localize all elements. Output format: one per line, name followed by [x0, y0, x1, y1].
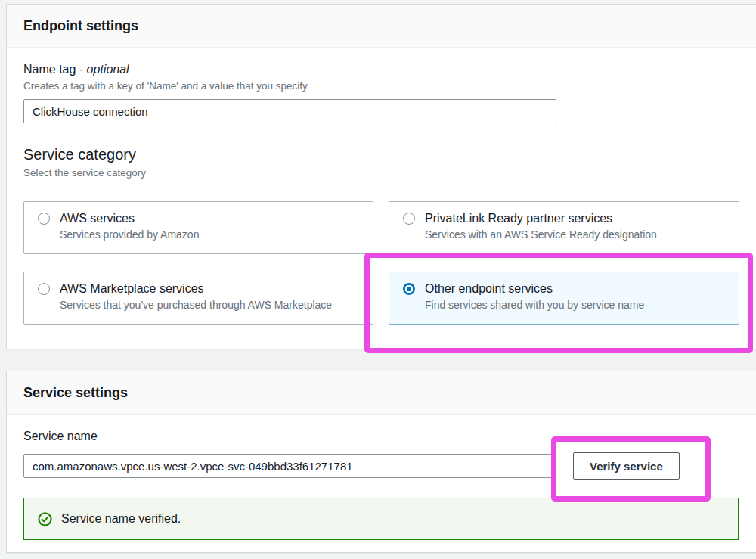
service-name-row: Verify service — [23, 452, 746, 480]
service-settings-panel: Service settings Service name Verify ser… — [6, 371, 756, 553]
service-category-options: AWS services Services provided by Amazon… — [23, 201, 746, 325]
radio-unchecked-icon[interactable] — [38, 213, 50, 225]
radio-unchecked-icon[interactable] — [38, 283, 50, 295]
option-description: Find services shared with you by service… — [425, 299, 725, 311]
option-description: Services provided by Amazon — [60, 228, 359, 241]
name-tag-label-text: Name tag — [23, 63, 79, 76]
panel-title: Service settings — [23, 385, 746, 401]
verify-service-button[interactable]: Verify service — [573, 452, 680, 480]
option-label: PrivateLink Ready partner services — [425, 212, 612, 225]
option-description: Services with an AWS Service Ready desig… — [425, 228, 725, 241]
optional-suffix: - optional — [79, 63, 129, 76]
option-aws-marketplace-services[interactable]: AWS Marketplace services Services that y… — [23, 272, 373, 325]
success-check-icon — [38, 512, 52, 526]
endpoint-settings-panel: Endpoint settings Name tag - optional Cr… — [6, 4, 756, 349]
success-alert-text: Service name verified. — [61, 512, 181, 526]
success-alert: Service name verified. — [23, 498, 739, 540]
panel-body: Service name Verify service Service name… — [7, 415, 756, 555]
name-tag-description: Creates a tag with a key of 'Name' and a… — [23, 80, 746, 92]
radio-unchecked-icon[interactable] — [403, 213, 415, 225]
name-tag-label: Name tag - optional — [23, 63, 746, 76]
radio-checked-icon[interactable] — [403, 283, 415, 295]
option-title-row: AWS Marketplace services — [38, 282, 359, 296]
service-category-title: Service category — [23, 146, 746, 163]
panel-title: Endpoint settings — [23, 18, 746, 34]
service-name-input[interactable] — [23, 454, 556, 478]
name-tag-input[interactable] — [23, 99, 556, 123]
panel-header: Endpoint settings — [7, 5, 756, 48]
option-label: AWS Marketplace services — [60, 282, 204, 296]
panel-body: Name tag - optional Creates a tag with a… — [7, 48, 756, 340]
option-title-row: PrivateLink Ready partner services — [403, 212, 725, 225]
option-label: Other endpoint services — [425, 282, 553, 296]
panel-header: Service settings — [7, 371, 756, 415]
option-other-endpoint-services[interactable]: Other endpoint services Find services sh… — [389, 272, 739, 325]
option-title-row: Other endpoint services — [403, 282, 725, 296]
service-category-description: Select the service category — [23, 167, 746, 179]
option-aws-services[interactable]: AWS services Services provided by Amazon — [23, 201, 373, 254]
option-privatelink-ready-partner-services[interactable]: PrivateLink Ready partner services Servi… — [389, 201, 739, 254]
option-description: Services that you've purchased through A… — [60, 299, 359, 311]
option-label: AWS services — [60, 212, 135, 225]
service-name-label: Service name — [23, 430, 746, 443]
option-title-row: AWS services — [38, 212, 359, 225]
